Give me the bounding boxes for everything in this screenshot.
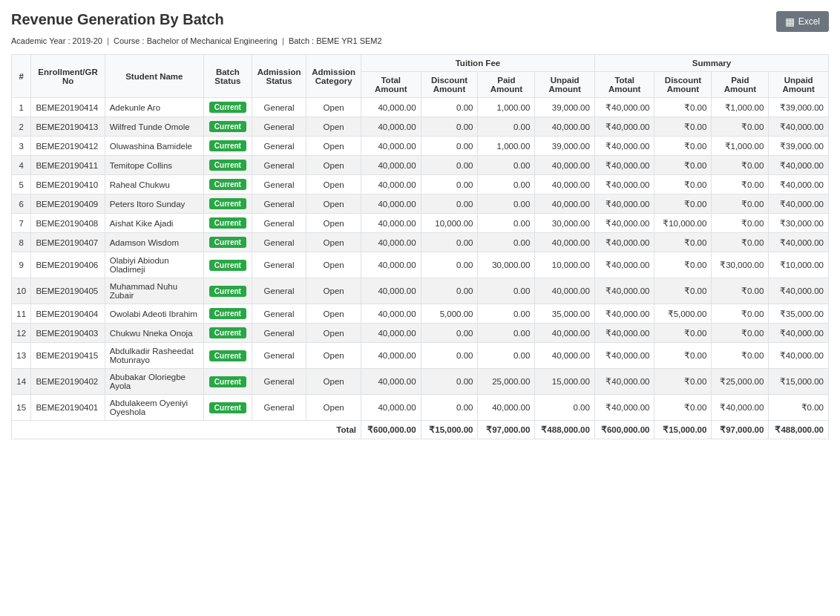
cell-tf-discount: 10,000.00: [421, 214, 478, 233]
cell-tf-total: 40,000.00: [361, 137, 421, 156]
col-header-student-name: Student Name: [105, 55, 203, 98]
cell-num: 5: [12, 175, 31, 194]
cell-tf-discount: 0.00: [421, 369, 478, 395]
cell-enrollment: BEME20190409: [31, 194, 105, 214]
cell-s-discount: ₹0.00: [654, 233, 712, 252]
cell-s-discount: ₹0.00: [654, 137, 712, 156]
cell-student-name: Wilfred Tunde Omole: [105, 117, 203, 137]
page-header: Revenue Generation By Batch ▦ Excel: [11, 11, 829, 32]
cell-tf-total: 40,000.00: [361, 98, 421, 117]
cell-tf-discount: 0.00: [421, 343, 478, 369]
cell-batch-status: Current: [204, 137, 252, 156]
cell-s-unpaid: ₹40,000.00: [769, 343, 829, 369]
cell-s-unpaid: ₹15,000.00: [769, 369, 829, 395]
page-title: Revenue Generation By Batch: [11, 11, 224, 28]
cell-tf-discount: 0.00: [421, 324, 478, 343]
cell-adm-cat: Open: [306, 117, 361, 137]
col-header-batch-status: Batch Status: [204, 55, 252, 98]
cell-student-name: Temitope Collins: [105, 156, 203, 175]
total-s-total: ₹600,000.00: [594, 421, 654, 439]
cell-s-unpaid: ₹0.00: [769, 395, 829, 421]
cell-batch-status: Current: [204, 117, 252, 137]
cell-s-discount: ₹0.00: [654, 194, 712, 214]
cell-tf-paid: 1,000.00: [478, 137, 535, 156]
cell-s-unpaid: ₹40,000.00: [769, 156, 829, 175]
cell-batch-status: Current: [204, 343, 252, 369]
cell-tf-paid: 0.00: [478, 194, 535, 214]
cell-adm-cat: Open: [306, 252, 361, 278]
cell-s-unpaid: ₹35,000.00: [769, 304, 829, 324]
total-s-unpaid: ₹488,000.00: [769, 421, 829, 439]
cell-tf-paid: 25,000.00: [478, 369, 535, 395]
cell-tf-discount: 0.00: [421, 252, 478, 278]
cell-adm-cat: Open: [306, 98, 361, 117]
cell-s-unpaid: ₹40,000.00: [769, 175, 829, 194]
col-header-tuition-fee: Tuition Fee: [361, 55, 594, 72]
cell-s-paid: ₹0.00: [712, 117, 769, 137]
cell-batch-status: Current: [204, 156, 252, 175]
cell-adm-status: General: [252, 233, 306, 252]
cell-adm-cat: Open: [306, 175, 361, 194]
table-row: 10 BEME20190405 Muhammad Nuhu Zubair Cur…: [12, 278, 829, 304]
col-header-num: #: [12, 55, 31, 98]
breadcrumb: Academic Year : 2019-20 | Course : Bache…: [11, 36, 829, 45]
cell-adm-cat: Open: [306, 278, 361, 304]
table-row: 12 BEME20190403 Chukwu Nneka Onoja Curre…: [12, 324, 829, 343]
cell-tf-paid: 0.00: [478, 156, 535, 175]
cell-s-discount: ₹0.00: [654, 343, 712, 369]
cell-s-paid: ₹0.00: [712, 214, 769, 233]
cell-s-unpaid: ₹39,000.00: [769, 137, 829, 156]
cell-tf-unpaid: 40,000.00: [535, 156, 595, 175]
cell-tf-paid: 0.00: [478, 304, 535, 324]
cell-tf-unpaid: 39,000.00: [535, 137, 595, 156]
cell-tf-unpaid: 39,000.00: [535, 98, 595, 117]
cell-tf-unpaid: 40,000.00: [535, 233, 595, 252]
cell-tf-discount: 0.00: [421, 395, 478, 421]
cell-num: 3: [12, 137, 31, 156]
cell-student-name: Raheal Chukwu: [105, 175, 203, 194]
table-row: 8 BEME20190407 Adamson Wisdom Current Ge…: [12, 233, 829, 252]
col-header-s-discount: Discount Amount: [654, 72, 712, 98]
cell-tf-paid: 40,000.00: [478, 395, 535, 421]
cell-adm-status: General: [252, 137, 306, 156]
cell-s-unpaid: ₹30,000.00: [769, 214, 829, 233]
cell-s-paid: ₹0.00: [712, 304, 769, 324]
cell-s-paid: ₹40,000.00: [712, 395, 769, 421]
cell-enrollment: BEME20190403: [31, 324, 105, 343]
cell-adm-status: General: [252, 252, 306, 278]
cell-tf-paid: 0.00: [478, 343, 535, 369]
cell-enrollment: BEME20190413: [31, 117, 105, 137]
total-s-discount: ₹15,000.00: [654, 421, 712, 439]
cell-adm-status: General: [252, 156, 306, 175]
col-header-tf-unpaid: Unpaid Amount: [535, 72, 595, 98]
cell-s-paid: ₹0.00: [712, 194, 769, 214]
cell-batch-status: Current: [204, 395, 252, 421]
cell-adm-status: General: [252, 278, 306, 304]
table-row: 9 BEME20190406 Olabiyi Abiodun Oladimeji…: [12, 252, 829, 278]
cell-tf-total: 40,000.00: [361, 304, 421, 324]
cell-num: 15: [12, 395, 31, 421]
cell-student-name: Owolabi Adeoti Ibrahim: [105, 304, 203, 324]
cell-student-name: Chukwu Nneka Onoja: [105, 324, 203, 343]
cell-s-paid: ₹0.00: [712, 175, 769, 194]
cell-tf-total: 40,000.00: [361, 175, 421, 194]
cell-student-name: Muhammad Nuhu Zubair: [105, 278, 203, 304]
cell-enrollment: BEME20190402: [31, 369, 105, 395]
cell-student-name: Abdulakeem Oyeniyi Oyeshola: [105, 395, 203, 421]
cell-tf-total: 40,000.00: [361, 214, 421, 233]
cell-batch-status: Current: [204, 214, 252, 233]
cell-student-name: Oluwashina Bamidele: [105, 137, 203, 156]
cell-enrollment: BEME20190406: [31, 252, 105, 278]
cell-batch-status: Current: [204, 304, 252, 324]
cell-tf-discount: 5,000.00: [421, 304, 478, 324]
cell-student-name: Aishat Kike Ajadi: [105, 214, 203, 233]
cell-batch-status: Current: [204, 98, 252, 117]
table-row: 11 BEME20190404 Owolabi Adeoti Ibrahim C…: [12, 304, 829, 324]
cell-batch-status: Current: [204, 252, 252, 278]
cell-batch-status: Current: [204, 369, 252, 395]
cell-tf-paid: 0.00: [478, 117, 535, 137]
excel-button[interactable]: ▦ Excel: [776, 11, 829, 32]
cell-batch-status: Current: [204, 324, 252, 343]
cell-s-paid: ₹30,000.00: [712, 252, 769, 278]
cell-s-paid: ₹0.00: [712, 233, 769, 252]
